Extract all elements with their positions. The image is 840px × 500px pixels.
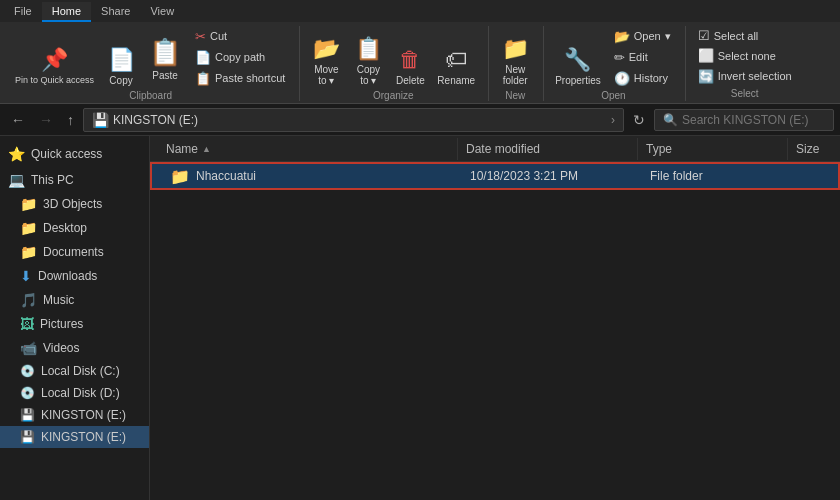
history-icon: 🕐 <box>614 71 630 86</box>
copy-label: Copy <box>109 75 132 86</box>
sidebar-item-downloads[interactable]: ⬇ Downloads <box>0 264 149 288</box>
row-type-col: File folder <box>642 167 792 185</box>
paste-group: 📋 Paste <box>143 30 187 88</box>
3d-objects-icon: 📁 <box>20 196 37 212</box>
properties-icon: 🔧 <box>564 47 591 73</box>
address-chevron: › <box>611 113 615 127</box>
clipboard-buttons: 📌 Pin to Quick access 📄 Copy 📋 Paste <box>10 26 291 88</box>
sidebar-item-local-disk-d[interactable]: 💿 Local Disk (D:) <box>0 382 149 404</box>
paste-shortcut-button[interactable]: 📋 Paste shortcut <box>189 68 291 88</box>
copy-to-label: Copyto ▾ <box>357 64 380 86</box>
sidebar-item-music[interactable]: 🎵 Music <box>0 288 149 312</box>
clipboard-group: 📌 Pin to Quick access 📄 Copy 📋 Paste <box>6 26 300 101</box>
col-date-label: Date modified <box>466 142 540 156</box>
select-all-label: Select all <box>714 30 759 42</box>
kingston-e-icon: 💾 <box>20 430 35 444</box>
open-small-group: 📂 Open ▾ ✏ Edit 🕐 History <box>608 26 677 88</box>
new-group: 📁 Newfolder New <box>491 26 544 101</box>
sidebar-item-kingston[interactable]: 💾 KINGSTON (E:) <box>0 404 149 426</box>
copy-to-icon: 📋 <box>355 36 382 62</box>
move-to-label: Moveto ▾ <box>314 64 338 86</box>
new-folder-label: Newfolder <box>503 64 528 86</box>
sidebar-item-pictures[interactable]: 🖼 Pictures <box>0 312 149 336</box>
ribbon: File Home Share View 📌 Pin to Quick acce… <box>0 0 840 104</box>
col-header-date[interactable]: Date modified <box>458 138 638 160</box>
clipboard-group-label: Clipboard <box>129 90 172 101</box>
sidebar-item-kingston-e-selected[interactable]: 💾 KINGSTON (E:) <box>0 426 149 448</box>
local-disk-d-label: Local Disk (D:) <box>41 386 120 400</box>
open-buttons: 🔧 Properties 📂 Open ▾ ✏ Edit 🕐 <box>550 26 677 88</box>
search-input[interactable] <box>682 113 825 127</box>
move-to-icon: 📂 <box>313 36 340 62</box>
copy-path-button[interactable]: 📄 Copy path <box>189 47 291 67</box>
up-button[interactable]: ↑ <box>62 110 79 130</box>
new-buttons: 📁 Newfolder <box>495 26 535 88</box>
invert-selection-button[interactable]: 🔄 Invert selection <box>692 67 798 86</box>
folder-icon: 📁 <box>170 167 190 186</box>
pin-to-quick-access-button[interactable]: 📌 Pin to Quick access <box>10 28 99 88</box>
col-header-size[interactable]: Size <box>788 138 840 160</box>
col-header-name[interactable]: Name ▲ <box>158 138 458 160</box>
videos-label: Videos <box>43 341 79 355</box>
row-size-col <box>792 174 838 178</box>
edit-button[interactable]: ✏ Edit <box>608 47 677 67</box>
address-path[interactable]: 💾 KINGSTON (E:) › <box>83 108 624 132</box>
sidebar-item-desktop[interactable]: 📁 Desktop <box>0 216 149 240</box>
file-area: Name ▲ Date modified Type Size 📁 Nhaccua… <box>150 136 840 500</box>
select-all-button[interactable]: ☑ Select all <box>692 26 798 45</box>
refresh-button[interactable]: ↻ <box>628 110 650 130</box>
select-group: ☑ Select all ⬜ Select none 🔄 Invert sele… <box>688 26 806 101</box>
properties-button[interactable]: 🔧 Properties <box>550 28 606 88</box>
col-header-type[interactable]: Type <box>638 138 788 160</box>
sidebar-item-videos[interactable]: 📹 Videos <box>0 336 149 360</box>
move-to-button[interactable]: 📂 Moveto ▾ <box>306 28 346 88</box>
pictures-icon: 🖼 <box>20 316 34 332</box>
tab-view[interactable]: View <box>140 2 184 22</box>
col-type-label: Type <box>646 142 672 156</box>
copy-path-label: Copy path <box>215 51 265 63</box>
new-folder-button[interactable]: 📁 Newfolder <box>495 28 535 88</box>
forward-button[interactable]: → <box>34 110 58 130</box>
cut-button[interactable]: ✂ Cut <box>189 26 291 46</box>
this-pc-label: This PC <box>31 173 74 187</box>
back-button[interactable]: ← <box>6 110 30 130</box>
open-button[interactable]: 📂 Open ▾ <box>608 26 677 46</box>
address-path-icon: 💾 <box>92 112 109 128</box>
sidebar-item-documents[interactable]: 📁 Documents <box>0 240 149 264</box>
paste-shortcut-icon: 📋 <box>195 71 211 86</box>
paste-label: Paste <box>152 70 178 81</box>
select-all-icon: ☑ <box>698 28 710 43</box>
main-area: ⭐ Quick access 💻 This PC 📁 3D Objects 📁 … <box>0 136 840 500</box>
kingston-label: KINGSTON (E:) <box>41 408 126 422</box>
sidebar-item-local-disk-c[interactable]: 💿 Local Disk (C:) <box>0 360 149 382</box>
select-group-label: Select <box>731 88 759 99</box>
copy-button[interactable]: 📄 Copy <box>101 28 141 88</box>
documents-icon: 📁 <box>20 244 37 260</box>
select-none-button[interactable]: ⬜ Select none <box>692 46 798 65</box>
new-group-label: New <box>505 90 525 101</box>
history-button[interactable]: 🕐 History <box>608 68 677 88</box>
search-box[interactable]: 🔍 <box>654 109 834 131</box>
sidebar-item-3d-objects[interactable]: 📁 3D Objects <box>0 192 149 216</box>
paste-button[interactable]: 📋 Paste <box>143 30 187 88</box>
cut-label: Cut <box>210 30 227 42</box>
table-row[interactable]: 📁 Nhaccuatui 10/18/2023 3:21 PM File fol… <box>150 162 840 190</box>
tab-file[interactable]: File <box>4 2 42 22</box>
documents-label: Documents <box>43 245 104 259</box>
open-group-label: Open <box>601 90 625 101</box>
rename-button[interactable]: 🏷 Rename <box>432 28 480 88</box>
pictures-label: Pictures <box>40 317 83 331</box>
row-name-col: 📁 Nhaccuatui <box>162 165 462 188</box>
file-name: Nhaccuatui <box>196 169 256 183</box>
open-arrow: ▾ <box>665 30 671 43</box>
select-buttons: ☑ Select all ⬜ Select none 🔄 Invert sele… <box>692 26 798 86</box>
tab-home[interactable]: Home <box>42 2 91 22</box>
sidebar-item-this-pc[interactable]: 💻 This PC <box>0 166 149 192</box>
copy-to-button[interactable]: 📋 Copyto ▾ <box>348 28 388 88</box>
tab-share[interactable]: Share <box>91 2 140 22</box>
kingston-icon: 💾 <box>20 408 35 422</box>
delete-button[interactable]: 🗑 Delete <box>390 28 430 88</box>
address-path-text: KINGSTON (E:) <box>113 113 607 127</box>
sidebar-item-quick-access[interactable]: ⭐ Quick access <box>0 140 149 166</box>
rename-label: Rename <box>437 75 475 86</box>
